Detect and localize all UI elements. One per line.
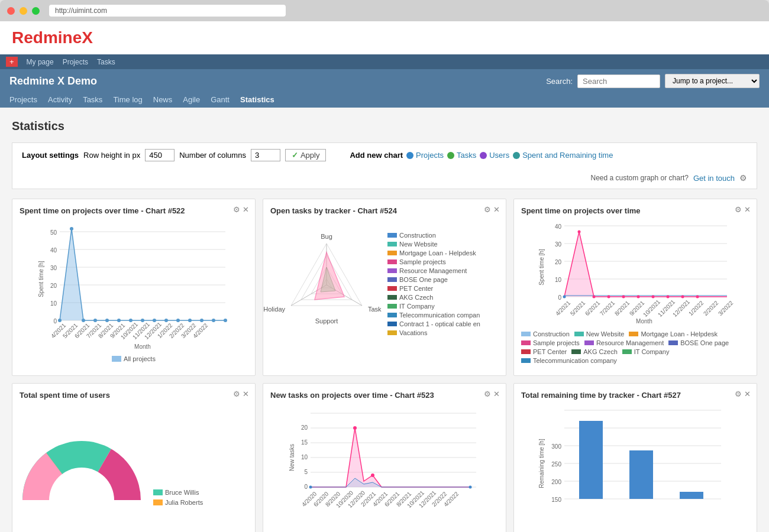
legend-item-all-projects: All projects: [112, 355, 156, 362]
chart-4-title: Total spent time of users: [20, 391, 248, 400]
layout-settings-label: Layout settings: [22, 151, 79, 160]
legend-color-mortgage: [387, 251, 397, 255]
chart-3-close[interactable]: ✕: [744, 205, 751, 214]
chart-2-settings[interactable]: ⚙: [484, 205, 491, 214]
chart-5-settings[interactable]: ⚙: [484, 390, 491, 398]
legend-color-contract: [387, 322, 397, 326]
svg-point-22: [153, 319, 156, 322]
legend-item-pet: PET Center: [387, 285, 480, 292]
chart-3-settings[interactable]: ⚙: [735, 205, 742, 214]
legend-3-new-website: New Website: [574, 330, 625, 338]
tasks-dot: [447, 152, 454, 159]
spent-dot: [513, 152, 520, 159]
svg-point-28: [224, 319, 227, 322]
nav-top-projects[interactable]: Projects: [63, 58, 88, 66]
legend-color-bruce: [153, 489, 163, 495]
add-chart-tasks[interactable]: Tasks: [447, 151, 476, 160]
svg-text:6/2021: 6/2021: [584, 300, 602, 317]
nav-link-gantt[interactable]: Gantt: [211, 95, 230, 104]
nav-link-statistics[interactable]: Statistics: [240, 95, 274, 104]
row-height-input[interactable]: [145, 149, 175, 161]
chart-card-1: Spent time on projects over time - Chart…: [12, 199, 256, 376]
browser-btn-minimize[interactable]: [20, 7, 27, 15]
chart-4-settings[interactable]: ⚙: [233, 390, 240, 398]
legend-item-telecom: Telecommunication compan: [387, 312, 480, 319]
settings-gear-icon[interactable]: ⚙: [739, 173, 747, 183]
chart-card-3: Spent time on projects over time ⚙ ✕ 0 1…: [513, 199, 757, 376]
add-chart-spent[interactable]: Spent and Remaining time: [513, 151, 613, 160]
svg-text:150: 150: [551, 497, 561, 503]
add-chart-projects[interactable]: Projects: [406, 151, 444, 160]
chart-5-controls: ⚙ ✕: [484, 390, 500, 398]
svg-point-67: [563, 296, 566, 299]
custom-graph-text: Need a custom graph or chart?: [590, 174, 688, 182]
svg-point-76: [696, 296, 699, 299]
browser-btn-close[interactable]: [7, 7, 15, 15]
chart-2-title: Open tasks by tracker - Chart #524: [270, 206, 499, 215]
legend-color-new-website: [387, 242, 397, 246]
nav-link-projects[interactable]: Projects: [9, 95, 37, 104]
svg-text:20: 20: [50, 283, 57, 289]
get-in-touch-link[interactable]: Get in touch: [693, 174, 735, 183]
legend-3-telecom: Telecommunication company: [521, 357, 617, 364]
legend-3-sample: Sample projects: [521, 339, 580, 346]
chart-6-settings[interactable]: ⚙: [735, 390, 742, 398]
browser-btn-maximize[interactable]: [32, 7, 40, 15]
nav-top-my-page[interactable]: My page: [27, 58, 54, 66]
chart-card-4: Total spent time of users ⚙ ✕: [12, 383, 256, 532]
app-logo: RedmineX: [12, 28, 93, 47]
svg-text:3/2022: 3/2022: [717, 300, 735, 317]
chart-4-close[interactable]: ✕: [243, 390, 249, 398]
chart-5-svg: 0 5 10 15 20 New tasks: [270, 404, 499, 532]
legend-item-vacations: Vacations: [387, 329, 480, 336]
svg-text:30: 30: [50, 265, 57, 271]
project-select[interactable]: Jump to a project...: [665, 74, 760, 88]
chart-2-close[interactable]: ✕: [493, 205, 500, 214]
chart-card-2: Open tasks by tracker - Chart #524 ⚙ ✕: [263, 199, 506, 376]
add-chart-users-label: Users: [489, 151, 509, 160]
chart-5-close[interactable]: ✕: [493, 390, 500, 398]
svg-text:Month: Month: [134, 343, 151, 350]
nav-link-agile[interactable]: Agile: [183, 95, 200, 104]
nav-link-news[interactable]: News: [153, 95, 173, 104]
layout-settings-bar: Layout settings Row height in px Number …: [12, 142, 757, 189]
chart-2-controls: ⚙ ✕: [484, 205, 500, 214]
svg-text:0: 0: [53, 318, 57, 325]
nav-top-bar: + My page Projects Tasks: [0, 54, 769, 69]
svg-point-91: [49, 468, 114, 532]
num-columns-label: Number of columns: [179, 151, 246, 160]
svg-text:40: 40: [50, 247, 57, 254]
nav-link-timelog[interactable]: Time log: [113, 95, 142, 104]
chart-1-close[interactable]: ✕: [243, 205, 249, 214]
add-chart-users[interactable]: Users: [480, 151, 509, 160]
svg-text:20: 20: [301, 424, 308, 431]
search-input[interactable]: [577, 74, 660, 88]
svg-point-107: [353, 426, 357, 430]
svg-point-74: [667, 296, 670, 299]
apply-check-icon: ✓: [292, 151, 298, 160]
nav-link-tasks[interactable]: Tasks: [83, 95, 102, 104]
legend-item-akg: AKG Czech: [387, 294, 480, 301]
legend-color-sample: [387, 259, 397, 264]
svg-point-23: [164, 319, 168, 322]
page-title: Statistics: [12, 119, 757, 133]
chart-card-5: New tasks on projects over time - Chart …: [263, 383, 506, 532]
svg-point-20: [129, 319, 133, 322]
plus-button[interactable]: +: [6, 57, 18, 67]
svg-point-106: [309, 486, 312, 489]
bar-3: [680, 492, 703, 499]
svg-marker-105: [311, 478, 470, 487]
svg-text:8/2021: 8/2021: [613, 300, 631, 317]
chart-2-radar-svg: Bug Task Holiday Support: [270, 220, 383, 350]
chart-1-settings[interactable]: ⚙: [233, 205, 240, 214]
num-columns-input[interactable]: [251, 149, 280, 161]
nav-top-tasks[interactable]: Tasks: [97, 58, 115, 66]
chart-3-svg: 0 10 20 30 40: [521, 220, 749, 326]
chart-6-close[interactable]: ✕: [744, 390, 751, 398]
svg-text:10: 10: [555, 277, 562, 283]
legend-3-pet: PET Center: [521, 348, 567, 355]
add-chart-section: Add new chart Projects Tasks Users Spent…: [350, 151, 613, 160]
legend-item-contract: Contract 1 - optical cable en: [387, 320, 480, 327]
apply-button[interactable]: ✓ Apply: [285, 149, 327, 161]
nav-link-activity[interactable]: Activity: [48, 95, 72, 104]
